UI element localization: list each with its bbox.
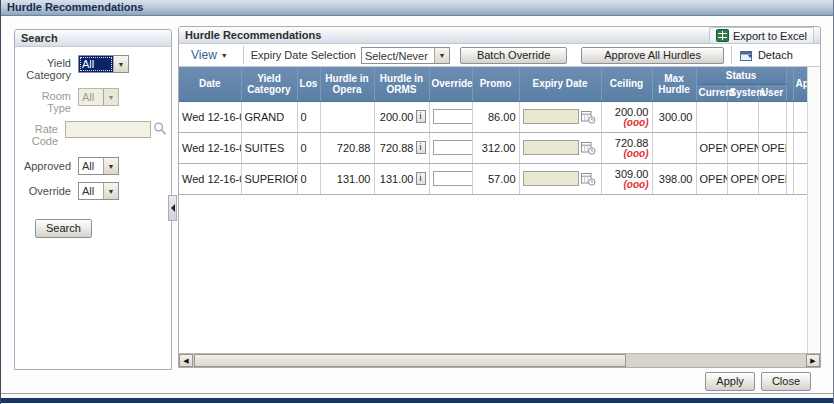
chevron-down-icon[interactable]: ▼ — [434, 48, 449, 63]
column-header-status-user: User — [758, 84, 786, 101]
panel-splitter-handle[interactable] — [168, 195, 177, 221]
override-input[interactable] — [433, 171, 473, 186]
export-to-excel-label: Export to Excel — [733, 30, 807, 42]
excel-icon — [716, 29, 729, 42]
window-bottom-border — [1, 398, 833, 403]
export-to-excel-button[interactable]: Export to Excel — [709, 27, 814, 43]
results-panel-header: Hurdle Recommendations Export to Excel — [179, 27, 820, 44]
hurdle-table: Date Yield Category Los Hurdle in Opera … — [179, 67, 807, 195]
expiry-date-selection-select[interactable]: Select/Never ▼ — [361, 47, 450, 64]
override-value: All — [79, 183, 103, 199]
chevron-down-icon[interactable]: ▼ — [103, 183, 118, 199]
cell-status-system: OPEN — [727, 132, 758, 163]
column-header-status-system: System — [727, 84, 758, 101]
expiry-date-input[interactable] — [523, 109, 579, 124]
view-menu-button[interactable]: View ▼ — [183, 48, 236, 62]
cell-yield-category: GRAND — [241, 101, 297, 132]
date-picker-icon[interactable] — [581, 172, 596, 186]
override-select[interactable]: All ▼ — [78, 182, 119, 200]
table-row[interactable]: Wed 12-16-09 SUPERIOR 0 131.00 131.00i 5… — [179, 163, 807, 194]
override-input[interactable] — [433, 140, 473, 155]
table-row[interactable]: Wed 12-16-09 SUITES 0 720.88 720.88i 312… — [179, 132, 807, 163]
yield-category-value: All — [79, 56, 113, 72]
cell-yield-category: SUPERIOR — [241, 163, 297, 194]
cell-date: Wed 12-16-09 — [179, 163, 241, 194]
approved-select[interactable]: All ▼ — [78, 157, 119, 175]
scroll-right-button[interactable]: ▶ — [806, 354, 820, 367]
footer-actions: Apply Close — [705, 372, 811, 391]
cell-los: 0 — [297, 101, 320, 132]
search-button[interactable]: Search — [35, 219, 92, 238]
date-picker-icon[interactable] — [581, 110, 596, 124]
cell-spacer — [786, 163, 793, 194]
cell-status-user: OPEN — [758, 132, 786, 163]
cell-spacer — [786, 101, 793, 132]
cell-date: Wed 12-16-09 — [179, 132, 241, 163]
ceiling-value: 309.00 — [605, 168, 649, 180]
approved-label: Approved — [15, 157, 71, 172]
chevron-down-icon[interactable]: ▼ — [103, 158, 118, 174]
detach-button[interactable]: Detach — [739, 49, 793, 62]
yield-category-select[interactable]: All ▼ — [78, 55, 129, 73]
toolbar-separator — [243, 46, 244, 64]
override-label: Override — [15, 182, 71, 197]
cell-los: 0 — [297, 163, 320, 194]
cell-approve-clipped — [793, 163, 807, 194]
cell-promo: 57.00 — [472, 163, 519, 194]
cell-max-hurdle — [652, 132, 696, 163]
cell-status-current: OPEN — [696, 163, 727, 194]
cell-promo: 86.00 — [472, 101, 519, 132]
detach-icon — [739, 49, 754, 62]
column-header-hurdle-in-orms: Hurdle in ORMS — [374, 67, 429, 101]
cell-approve-clipped — [793, 101, 807, 132]
expiry-date-input[interactable] — [523, 171, 579, 186]
info-button[interactable]: i — [416, 110, 426, 123]
hurdle-recommendations-window: Hurdle Recommendations Search Yield Cate… — [0, 0, 834, 404]
approve-all-hurdles-button[interactable]: Approve All Hurdles — [581, 47, 724, 64]
cell-expiry-date — [519, 101, 601, 132]
search-lookup-button[interactable] — [153, 121, 167, 136]
expiry-date-input[interactable] — [523, 140, 579, 155]
date-picker-icon[interactable] — [581, 141, 596, 155]
close-button[interactable]: Close — [761, 372, 811, 391]
column-header-spacer — [786, 67, 793, 101]
cell-status-user: OPEN — [758, 163, 786, 194]
cell-hurdle-in-orms: 200.00i — [374, 101, 429, 132]
column-header-status-current: Current — [696, 84, 727, 101]
cell-status-system — [727, 101, 758, 132]
results-panel: Hurdle Recommendations Export to Excel V… — [178, 26, 821, 368]
scroll-left-button[interactable]: ◀ — [179, 354, 193, 367]
table-row[interactable]: Wed 12-16-09 GRAND 0 200.00i 86.00 — [179, 101, 807, 132]
override-input[interactable] — [433, 109, 473, 124]
hurdle-in-orms-value: 131.00 — [380, 173, 414, 185]
hurdle-in-orms-value: 720.88 — [380, 142, 414, 154]
info-button[interactable]: i — [416, 141, 426, 154]
cell-status-current: OPEN — [696, 132, 727, 163]
vertical-scrollbar-track[interactable] — [807, 67, 820, 353]
rate-code-input — [65, 121, 151, 138]
batch-override-button[interactable]: Batch Override — [460, 47, 567, 64]
apply-button[interactable]: Apply — [705, 372, 755, 391]
cell-status-system: OPEN — [727, 163, 758, 194]
scrollbar-track[interactable] — [626, 354, 804, 367]
cell-los: 0 — [297, 132, 320, 163]
cell-hurdle-in-orms: 131.00i — [374, 163, 429, 194]
column-header-expiry-date: Expiry Date — [519, 67, 601, 101]
column-header-hurdle-in-opera: Hurdle in Opera — [320, 67, 374, 101]
cell-spacer — [786, 132, 793, 163]
ceiling-ooo-flag: (ooo) — [605, 180, 649, 190]
detach-label: Detach — [758, 49, 793, 61]
cell-override — [429, 132, 472, 163]
yield-category-label: Yield Category — [15, 55, 71, 81]
scrollbar-thumb[interactable] — [194, 354, 626, 367]
collapse-left-icon — [171, 204, 175, 212]
table-toolbar: View ▼ Expiry Date Selection Select/Neve… — [179, 44, 820, 67]
chevron-down-icon[interactable]: ▼ — [113, 56, 128, 72]
toolbar-separator — [731, 46, 732, 64]
footer-divider — [1, 393, 833, 394]
info-button[interactable]: i — [416, 172, 426, 185]
expiry-date-selection-label: Expiry Date Selection — [251, 49, 356, 61]
cell-expiry-date — [519, 132, 601, 163]
horizontal-scrollbar[interactable]: ◀ ▶ — [179, 353, 820, 367]
window-title: Hurdle Recommendations — [7, 1, 143, 13]
